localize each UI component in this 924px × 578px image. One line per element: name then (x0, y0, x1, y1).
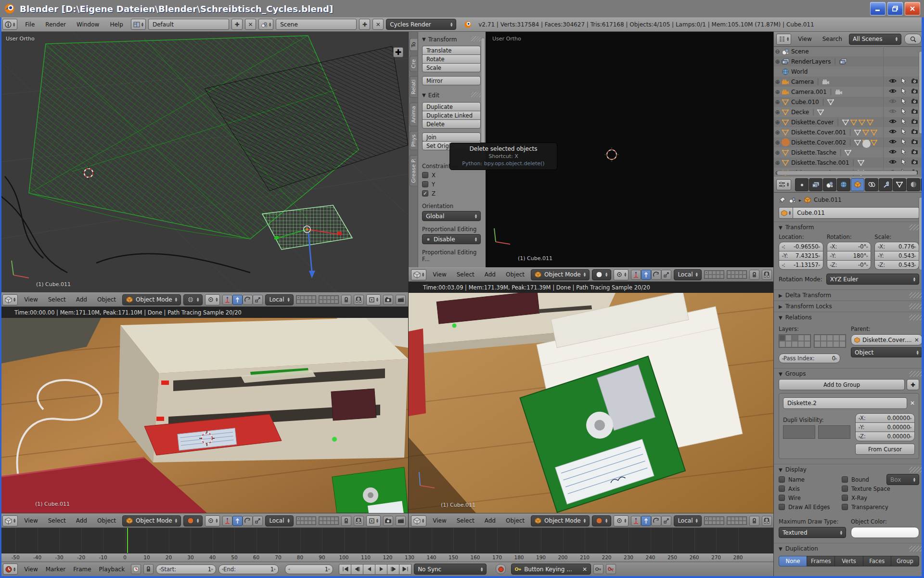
layer-cell[interactable] (735, 517, 739, 521)
viewport-menu-view[interactable]: View (20, 296, 41, 303)
viewport-menu-select[interactable]: Select (44, 517, 70, 524)
opengl-render-image-button[interactable] (383, 295, 393, 305)
manipulator-scale-button[interactable] (253, 295, 263, 305)
group-name-field[interactable]: Diskette.2 (783, 397, 907, 409)
menu-window[interactable]: Window (71, 18, 104, 31)
viewport-menu-view[interactable]: View (429, 517, 450, 524)
panel-header[interactable]: ▼Transform (779, 222, 919, 233)
layer-cell[interactable] (334, 517, 338, 521)
layer-cell[interactable] (739, 275, 743, 278)
clear-parent-icon[interactable]: ✕ (914, 337, 919, 343)
timeline-menu-playback[interactable]: Playback (95, 566, 129, 573)
menu-help[interactable]: Help (104, 18, 128, 31)
manipulator-axis-button[interactable] (222, 516, 232, 526)
layer-cell[interactable] (833, 335, 839, 341)
manipulator-scale-button[interactable] (253, 516, 263, 526)
layer-cell[interactable] (308, 300, 312, 303)
manipulator-rotate-button[interactable] (651, 516, 661, 526)
menu-file[interactable]: File (20, 18, 40, 31)
viewport-bottom-left[interactable]: Time:00:00.00 | Mem:171.10M, Peak:171.10… (0, 307, 408, 528)
viewport-layers-grid[interactable] (727, 270, 747, 279)
viewport-menu-view[interactable]: View (20, 517, 41, 524)
outliner-row[interactable]: ⊕RenderLayers│ (774, 56, 924, 66)
layer-cell[interactable] (839, 341, 846, 347)
layer-cell[interactable] (785, 341, 792, 347)
layer-cell[interactable] (323, 521, 327, 525)
viewport-menu-select[interactable]: Select (453, 271, 478, 278)
expand-icon[interactable]: ⊕ (774, 99, 781, 105)
checkbox[interactable] (842, 495, 848, 501)
viewport-top-left[interactable]: User Ortho (1) Cube.011 ✚ ▲▼ViewSelectAd… (0, 32, 408, 307)
layer-cell[interactable] (705, 275, 708, 278)
manipulator-scale-button[interactable] (661, 270, 671, 280)
shading-dropdown[interactable]: ▲▼ (592, 269, 611, 280)
outliner-item-name[interactable]: RenderLayers (791, 58, 831, 65)
timeline-menu-marker[interactable]: Marker (42, 566, 69, 573)
lock-to-scene-button[interactable] (341, 295, 351, 305)
layer-cell[interactable] (308, 296, 312, 300)
transform-orientation-dropdown[interactable]: Local▲▼ (265, 294, 293, 305)
expand-icon[interactable]: ⊕ (774, 58, 781, 65)
layer-cell[interactable] (319, 521, 323, 525)
bound-type-dropdown[interactable]: Box▲▼ (886, 474, 919, 485)
viewport-menu-select[interactable]: Select (453, 517, 478, 524)
mode-dropdown[interactable]: Object Mode▲▼ (122, 294, 181, 305)
group-offset-field[interactable]: ◂X:0.00000▸ (855, 413, 915, 423)
layer-cell[interactable] (798, 335, 804, 341)
restore-button[interactable] (887, 2, 903, 15)
shelf-tab-anima[interactable]: Anima (410, 103, 417, 126)
insert-keyframe-button[interactable] (593, 564, 603, 574)
layer-cell[interactable] (331, 300, 334, 303)
parent-type-dropdown[interactable]: Object ▲▼ (851, 347, 923, 357)
shelf-button-scale[interactable]: Scale (422, 63, 481, 72)
expand-icon[interactable]: ⊕ (774, 119, 781, 126)
transform-field[interactable]: ◂:-1.13157▸ (779, 260, 823, 270)
layer-cell[interactable] (727, 521, 731, 525)
transform-field[interactable]: ◂Z:-0°▸ (827, 260, 872, 270)
layer-cell[interactable] (837, 426, 844, 432)
editor-type-button-3dview[interactable]: ▲▼ (2, 294, 18, 305)
layer-cell[interactable] (708, 271, 712, 275)
layer-cell[interactable] (804, 335, 810, 341)
delete-keyframe-button[interactable] (606, 564, 616, 574)
viewport-menu-add[interactable]: Add (72, 517, 91, 524)
manipulator-rotate-button[interactable] (243, 516, 253, 526)
checkbox[interactable] (842, 504, 848, 510)
visibility-eye-icon[interactable] (889, 88, 897, 95)
viewport-top-right-render[interactable]: User Ortho (1) Cube.011 ToCreRelatiAnima… (409, 32, 773, 267)
render-camera-icon[interactable] (911, 139, 918, 146)
layer-cell[interactable] (802, 432, 808, 438)
orientation-dropdown[interactable]: Global ▲▼ (422, 211, 481, 221)
outliner-item-name[interactable]: Diskette.Cover.002 (791, 139, 846, 146)
layer-cell[interactable] (716, 517, 720, 521)
selectability-pointer-icon[interactable] (901, 128, 907, 136)
layer-cell[interactable] (735, 275, 739, 278)
layer-cell[interactable] (798, 341, 804, 347)
layer-cell[interactable] (300, 517, 304, 521)
outliner-scope-dropdown[interactable]: All Scenes ▲▼ (849, 34, 901, 45)
timeline-track[interactable] (0, 528, 773, 553)
shelf-tab-cre[interactable]: Cre (410, 56, 417, 72)
checkbox[interactable] (779, 486, 785, 492)
layer-cell[interactable] (312, 521, 316, 525)
end-frame-field[interactable]: ◂End:1▸ (218, 565, 279, 574)
visibility-eye-icon[interactable] (889, 129, 897, 136)
jump-to-end-button[interactable] (399, 564, 411, 575)
display-option-transparency[interactable]: Transparency (842, 502, 919, 512)
expand-icon[interactable]: ⊕ (774, 79, 781, 85)
shelf-button-delete[interactable]: Delete (422, 119, 481, 129)
shading-dropdown[interactable]: ▲▼ (183, 294, 203, 305)
shelf-tab-greasep[interactable]: Grease P. (410, 155, 417, 186)
transform-orientation-dropdown[interactable]: Local▲▼ (674, 269, 701, 280)
viewport-bottom-right-render[interactable]: (1) Cube.011 (409, 293, 773, 513)
layer-cell[interactable] (819, 426, 825, 432)
render-camera-icon[interactable] (911, 129, 918, 136)
transform-field[interactable]: ◂Y:180°▸ (827, 251, 872, 261)
viewport-menu-select[interactable]: Select (44, 296, 70, 303)
timeline-menu-frame[interactable]: Frame (69, 566, 95, 573)
layer-cell[interactable] (708, 275, 712, 278)
layer-cell[interactable] (708, 521, 712, 525)
viewport-layers-grid[interactable] (296, 516, 316, 525)
expand-icon[interactable]: ⊖ (774, 48, 781, 55)
visibility-eye-icon[interactable] (889, 108, 897, 116)
